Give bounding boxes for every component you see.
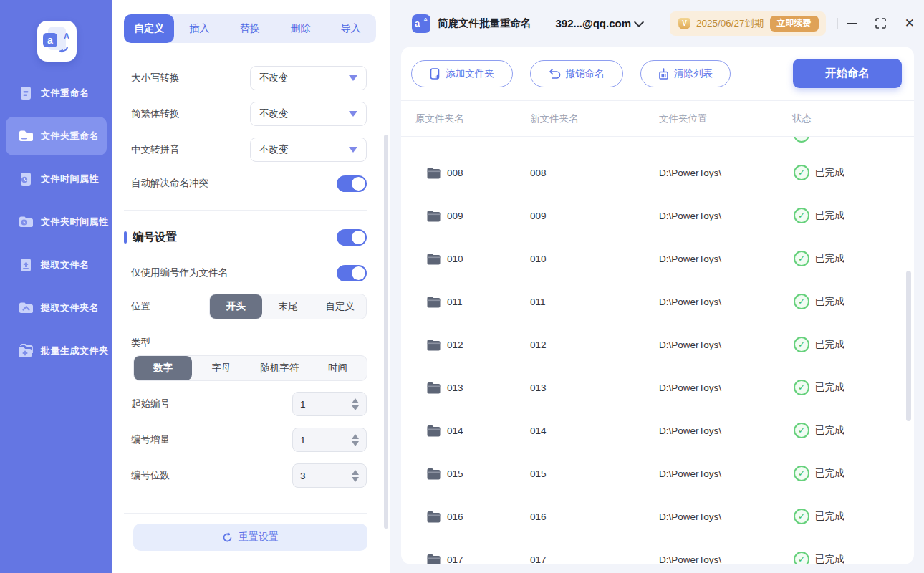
vip-shield-icon: V bbox=[678, 18, 690, 29]
folder-path: D:\PowerToys\ bbox=[659, 366, 721, 409]
numbering-toggle[interactable] bbox=[337, 229, 367, 246]
tab-custom[interactable]: 自定义 bbox=[124, 14, 174, 43]
extract-foldername-icon bbox=[17, 299, 34, 317]
original-folder-name: 010 bbox=[447, 254, 463, 264]
folder-path: D:\PowerToys\ bbox=[659, 151, 721, 194]
table-row[interactable]: 017 017 D:\PowerToys\ ✓ 已完成 bbox=[401, 538, 914, 564]
folder-path: D:\PowerToys\ bbox=[659, 538, 721, 564]
maximize-button[interactable] bbox=[867, 9, 895, 38]
section-accent-bar bbox=[124, 231, 127, 244]
type-segmented-control: 数字 字母 随机字符 时间 bbox=[133, 355, 367, 381]
original-folder-name: 017 bbox=[447, 554, 463, 565]
reset-settings-button[interactable]: 重置设置 bbox=[133, 524, 367, 551]
account-menu[interactable]: 392...@qq.com bbox=[556, 17, 643, 29]
sidebar-item-file-time[interactable]: 文件时间属性 bbox=[0, 158, 112, 201]
position-option-start[interactable]: 开头 bbox=[210, 294, 262, 319]
folder-icon bbox=[427, 511, 441, 523]
sidebar-item-folder-rename[interactable]: 文件夹重命名 bbox=[0, 115, 112, 158]
case-conversion-row: 大小写转换 不改变 bbox=[131, 66, 367, 90]
status-label: 已完成 bbox=[815, 553, 844, 564]
arrow-up-icon[interactable] bbox=[352, 398, 359, 403]
table-body[interactable]: ✓ 008 008 D:\PowerToys\ ✓ 已完成 009 009 D:… bbox=[401, 137, 914, 564]
start-rename-button[interactable]: 开始命名 bbox=[793, 59, 902, 88]
tab-insert[interactable]: 插入 bbox=[174, 14, 224, 43]
simplified-traditional-label: 简繁体转换 bbox=[131, 107, 180, 120]
broom-icon bbox=[658, 68, 669, 80]
arrow-down-icon[interactable] bbox=[352, 477, 359, 482]
status-done-icon: ✓ bbox=[794, 380, 809, 395]
table-rows: 008 008 D:\PowerToys\ ✓ 已完成 009 009 D:\P… bbox=[401, 151, 914, 564]
table-row[interactable]: 012 012 D:\PowerToys\ ✓ 已完成 bbox=[401, 323, 914, 366]
folder-path: D:\PowerToys\ bbox=[659, 237, 721, 280]
arrow-up-icon[interactable] bbox=[352, 470, 359, 475]
table-row[interactable]: 008 008 D:\PowerToys\ ✓ 已完成 bbox=[401, 151, 914, 194]
status-done-icon: ✓ bbox=[794, 509, 809, 524]
status-done-icon: ✓ bbox=[794, 466, 809, 481]
case-conversion-select[interactable]: 不改变 bbox=[250, 66, 367, 90]
sidebar-item-batch-create-folder[interactable]: 批量生成文件夹 bbox=[0, 329, 112, 372]
settings-panel: 自定义 插入 替换 删除 导入 大小写转换 不改变 简繁体转换 不改变 中文转拼… bbox=[112, 0, 390, 573]
sidebar-item-extract-filename[interactable]: 提取文件名 bbox=[0, 244, 112, 286]
undo-rename-button[interactable]: 撤销命名 bbox=[530, 60, 623, 87]
folder-path: D:\PowerToys\ bbox=[659, 495, 721, 538]
type-option-random[interactable]: 随机字符 bbox=[251, 356, 309, 380]
partial-row-status-icon: ✓ bbox=[794, 137, 811, 143]
table-row[interactable]: 010 010 D:\PowerToys\ ✓ 已完成 bbox=[401, 237, 914, 280]
only-number-label: 仅使用编号作为文件名 bbox=[131, 266, 228, 279]
original-folder-name: 008 bbox=[447, 168, 463, 178]
start-number-stepper[interactable]: 1 bbox=[292, 392, 367, 416]
tab-delete[interactable]: 删除 bbox=[275, 14, 325, 43]
table-row[interactable]: 014 014 D:\PowerToys\ ✓ 已完成 bbox=[401, 409, 914, 452]
table-row[interactable]: 016 016 D:\PowerToys\ ✓ 已完成 bbox=[401, 495, 914, 538]
close-button[interactable]: ✕ bbox=[895, 9, 924, 38]
position-option-end[interactable]: 末尾 bbox=[262, 294, 314, 319]
status-done-icon: ✓ bbox=[794, 294, 809, 309]
add-folder-button[interactable]: 添加文件夹 bbox=[411, 60, 513, 87]
stepper-arrows[interactable] bbox=[352, 470, 359, 482]
new-folder-name: 015 bbox=[530, 452, 547, 495]
type-option-number[interactable]: 数字 bbox=[134, 356, 192, 380]
divider bbox=[124, 210, 367, 211]
folder-icon bbox=[427, 296, 441, 308]
original-folder-name: 015 bbox=[447, 468, 463, 479]
arrow-down-icon[interactable] bbox=[352, 405, 359, 410]
undo-icon bbox=[549, 69, 561, 79]
status-label: 已完成 bbox=[815, 252, 844, 265]
add-file-icon bbox=[430, 68, 441, 80]
pinyin-select[interactable]: 不改变 bbox=[250, 138, 367, 162]
position-row: 位置 开头 末尾 自定义 bbox=[131, 294, 367, 319]
stepper-arrows[interactable] bbox=[352, 398, 359, 410]
table-row[interactable]: 013 013 D:\PowerToys\ ✓ 已完成 bbox=[401, 366, 914, 409]
simplified-traditional-select[interactable]: 不改变 bbox=[250, 102, 367, 126]
type-option-time[interactable]: 时间 bbox=[309, 356, 367, 380]
table-row[interactable]: 015 015 D:\PowerToys\ ✓ 已完成 bbox=[401, 452, 914, 495]
divider bbox=[124, 513, 367, 514]
main-area: aA 简鹿文件批量重命名 392...@qq.com V 2025/06/27到… bbox=[390, 0, 924, 573]
increment-stepper[interactable]: 1 bbox=[292, 428, 367, 452]
table-scrollbar[interactable] bbox=[906, 271, 911, 421]
conflict-toggle[interactable] bbox=[337, 175, 367, 192]
position-option-custom[interactable]: 自定义 bbox=[314, 294, 366, 319]
renew-button[interactable]: 立即续费 bbox=[770, 16, 819, 32]
sidebar-item-folder-time[interactable]: 文件夹时间属性 bbox=[0, 201, 112, 244]
minimize-icon bbox=[847, 23, 857, 24]
table-row[interactable]: 011 011 D:\PowerToys\ ✓ 已完成 bbox=[401, 280, 914, 323]
sidebar-item-extract-foldername[interactable]: 提取文件夹名 bbox=[0, 286, 112, 329]
table-row[interactable]: 009 009 D:\PowerToys\ ✓ 已完成 bbox=[401, 194, 914, 237]
stepper-arrows[interactable] bbox=[352, 434, 359, 446]
sidebar-item-file-rename[interactable]: 文件重命名 bbox=[0, 72, 112, 115]
panel-scrollbar[interactable] bbox=[384, 135, 388, 529]
sidebar-item-label: 提取文件夹名 bbox=[41, 302, 99, 314]
new-folder-name: 008 bbox=[530, 151, 547, 194]
digits-stepper[interactable]: 3 bbox=[292, 463, 367, 488]
tab-replace[interactable]: 替换 bbox=[225, 14, 275, 43]
sidebar-item-label: 文件重命名 bbox=[41, 87, 90, 100]
type-option-letter[interactable]: 字母 bbox=[192, 356, 250, 380]
arrow-down-icon[interactable] bbox=[352, 441, 359, 446]
only-number-toggle[interactable] bbox=[337, 265, 367, 281]
start-number-label: 起始编号 bbox=[131, 398, 170, 410]
clear-list-button[interactable]: 清除列表 bbox=[640, 60, 731, 87]
arrow-up-icon[interactable] bbox=[352, 434, 359, 439]
minimize-button[interactable] bbox=[838, 9, 867, 38]
tab-import[interactable]: 导入 bbox=[326, 14, 376, 43]
